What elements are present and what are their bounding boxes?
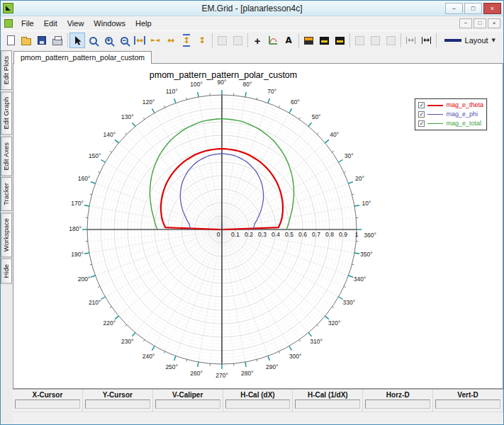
angle-label: 100°: [190, 81, 203, 88]
expand-vertical-button[interactable]: ↕: [179, 33, 194, 48]
menu-view[interactable]: View: [62, 18, 89, 29]
sidebar-tab-tracker[interactable]: Tracker: [1, 177, 12, 211]
sidebar-tab-workspace[interactable]: Workspace: [1, 212, 12, 257]
angle-label: 270°: [215, 372, 228, 379]
angle-label: 140°: [103, 131, 116, 138]
add-marker-button[interactable]: +: [250, 33, 265, 48]
text-label-icon: A: [286, 36, 292, 45]
tracker-axes-button[interactable]: [265, 33, 281, 48]
child-minimize-button[interactable]: −: [459, 18, 472, 28]
palette-dark-1-icon: [320, 37, 329, 45]
angle-tick: [354, 205, 359, 206]
angle-tick: [279, 106, 279, 108]
angle-tick: [257, 98, 257, 100]
zoom-window-icon: [89, 37, 97, 45]
open-file-button[interactable]: [18, 33, 34, 48]
legend-label: mag_e_phi: [446, 111, 478, 118]
minimize-button[interactable]: −: [445, 3, 463, 14]
angle-label: 120°: [142, 98, 155, 106]
palette-orange-button[interactable]: [301, 33, 316, 48]
angle-tick: [164, 106, 164, 108]
save-file-button[interactable]: [34, 33, 50, 48]
sidebar-tab-edit-graph[interactable]: Edit Graph: [1, 91, 12, 135]
angle-label: 200°: [78, 276, 91, 283]
sidebar-tab-hide[interactable]: Hide: [1, 259, 12, 284]
compress-horizontal-button[interactable]: ►◄: [147, 33, 163, 48]
palette-dark-1-button[interactable]: [316, 33, 332, 48]
angle-tick: [152, 346, 155, 351]
angle-tick: [352, 194, 354, 195]
menubar: FileEditViewWindowsHelp −□×: [1, 16, 503, 30]
angle-label: 290°: [266, 363, 279, 370]
angle-tick: [110, 151, 112, 152]
select-pointer-icon: [72, 35, 83, 46]
text-label-button[interactable]: A: [281, 33, 296, 48]
radial-label: 0.8: [325, 231, 334, 238]
angle-label: 240°: [142, 353, 155, 360]
angle-label: 280°: [241, 370, 254, 377]
legend-row-mag-e-theta: ✓mag_e_theta: [418, 101, 483, 110]
readout-col-v-caliper: V-Caliper: [153, 390, 223, 412]
menu-edit[interactable]: Edit: [39, 18, 62, 29]
window-title: EM.Grid - [planarlesson4c]: [79, 4, 425, 13]
document-window-icon[interactable]: [4, 19, 13, 28]
angle-tick: [268, 98, 269, 103]
readout-label: V-Caliper: [153, 390, 223, 400]
readout-value-v-caliper: [155, 400, 220, 409]
legend-checkbox-mag-e-phi[interactable]: ✓: [418, 111, 425, 118]
zoom-out-button[interactable]: −: [116, 33, 132, 48]
tab-polar-custom[interactable]: pmom_pattern_pattern_polar_custom: [13, 51, 152, 64]
menu-windows[interactable]: Windows: [89, 18, 130, 29]
menu-help[interactable]: Help: [130, 18, 157, 29]
open-file-icon: [21, 38, 31, 45]
close-button[interactable]: ×: [483, 3, 501, 14]
save-file-icon: [38, 36, 46, 45]
angle-tick: [279, 351, 279, 353]
layout-dropdown-button[interactable]: Layout▼: [439, 33, 501, 48]
angle-tick: [308, 333, 312, 336]
angle-label: 210°: [89, 299, 101, 306]
tool-extra-1-button: [214, 33, 230, 48]
legend-checkbox-mag-e-total[interactable]: ✓: [418, 120, 425, 127]
readout-col-h-cal-1-dx: H-Cal (1/dX): [293, 390, 363, 412]
menu-file[interactable]: File: [16, 18, 39, 29]
select-pointer-button[interactable]: [69, 33, 85, 48]
angle-tick: [101, 160, 105, 163]
legend-checkbox-mag-e-theta[interactable]: ✓: [418, 102, 425, 108]
layout-line-icon: [444, 39, 461, 42]
print-button[interactable]: [50, 33, 65, 48]
readout-label: X-Cursor: [13, 390, 82, 400]
readout-value-y-cursor: [85, 400, 150, 409]
legend-label: mag_e_total: [446, 120, 481, 127]
zoom-in-button[interactable]: +: [101, 33, 116, 48]
new-document-button[interactable]: [3, 33, 18, 48]
sidebar-tab-edit-plots[interactable]: Edit Plots: [1, 50, 12, 90]
angle-label: 70°: [267, 88, 276, 95]
content: pmom_pattern_pattern_polar_custom 10°20°…: [13, 50, 503, 424]
zoom-window-button[interactable]: [85, 33, 101, 48]
tool-extra-5-icon: [386, 36, 396, 45]
new-document-icon: [7, 35, 15, 45]
restore-button[interactable]: □: [464, 3, 482, 14]
palette-dark-2-button[interactable]: [332, 33, 347, 48]
angle-tick: [245, 92, 246, 97]
angle-label: 220°: [103, 319, 116, 327]
child-restore-button[interactable]: □: [474, 18, 486, 28]
titlebar[interactable]: ◣ EM.Grid - [planarlesson4c] −□×: [1, 1, 503, 16]
fit-vertical-button[interactable]: ↕: [194, 33, 210, 48]
angle-tick: [308, 123, 312, 126]
angle-label: 150°: [89, 152, 101, 159]
expand-horizontal-button[interactable]: ↔: [132, 33, 147, 48]
angle-tick: [317, 133, 318, 135]
legend-line-sample: [427, 123, 443, 124]
palette-orange-icon: [304, 37, 313, 45]
fit-horizontal-button[interactable]: ↔: [163, 33, 179, 48]
sidebar-tab-edit-axes[interactable]: Edit Axes: [1, 137, 12, 176]
angle-label: 250°: [165, 363, 178, 370]
h-distance-button[interactable]: ↔: [418, 33, 434, 48]
legend-line-sample: [427, 114, 443, 115]
child-close-button[interactable]: ×: [488, 18, 500, 28]
expand-horizontal-icon: ↔: [134, 36, 145, 45]
angle-tick: [332, 151, 335, 152]
h-distance-off-icon: ↔: [406, 37, 415, 44]
